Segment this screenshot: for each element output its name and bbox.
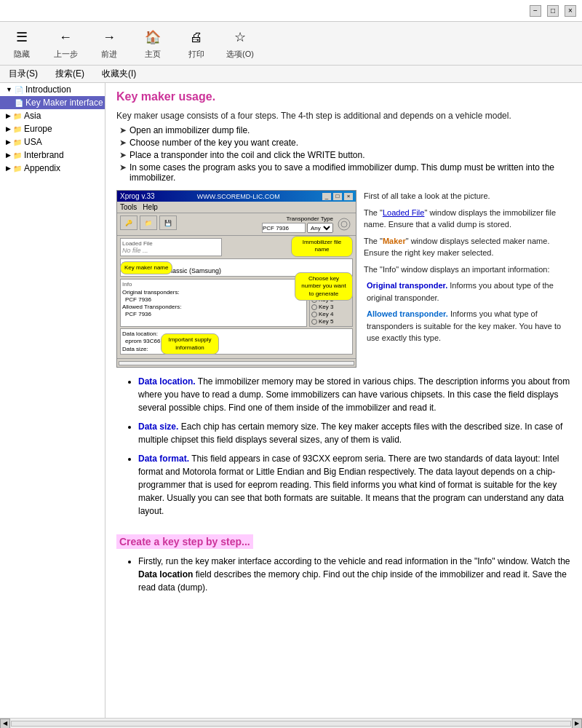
sidebar-item-europe[interactable]: ▶ 📁 Europe xyxy=(0,122,105,135)
key-3-row: Key 3 xyxy=(311,304,351,310)
menu-search[interactable]: 搜索(E) xyxy=(52,66,87,82)
window-frame: − □ × ☰ 隐藏 ← 上一步 → 前进 🏠 主页 🖨 打印 ☆ 选项(O) xyxy=(0,0,582,728)
key-5-row: Key 5 xyxy=(311,318,351,325)
step-1: ➤ Open an immobilizer dump file. xyxy=(116,125,571,135)
sidebar-label-appendix: Appendix xyxy=(24,163,60,173)
content-area[interactable]: Key maker usage. Key maker usage consist… xyxy=(105,83,582,718)
transponder-type-select[interactable]: Any xyxy=(307,223,333,233)
home-icon: 🏠 xyxy=(143,27,163,47)
app-max-btn: □ xyxy=(333,193,342,200)
folder-icon-appendix: 📁 xyxy=(13,165,22,173)
bullet-data-format: Data format. This field appears in case … xyxy=(138,452,571,518)
info-box: Info Original transponders: PCF 7936 All… xyxy=(120,279,307,327)
data-location-desc: The immobilizer memory may be stored in … xyxy=(138,376,570,413)
hscroll-track[interactable] xyxy=(11,721,571,727)
arrow-icon-3: ➤ xyxy=(119,150,127,160)
back-icon: ← xyxy=(55,27,76,47)
menu-favorites[interactable]: 收藏夹(I) xyxy=(99,66,139,82)
bottom-scrollbar: ◀ ▶ xyxy=(0,718,582,728)
maximize-button[interactable]: □ xyxy=(547,5,559,17)
sidebar-item-key-maker-interface[interactable]: 📄 Key Maker interface xyxy=(0,96,105,109)
app-btn-2: 📁 xyxy=(140,215,157,230)
step2-bullet-1: Firstly, run the key maker interface acc… xyxy=(138,555,571,594)
step2-bullets-list: Firstly, run the key maker interface acc… xyxy=(124,555,571,594)
data-size-label: Data size: xyxy=(122,346,351,352)
toolbar-home-label: 主页 xyxy=(145,49,161,60)
app-screenshot: Xprog v.33 WWW.SCOREMD-LIC.COM _ □ × Too… xyxy=(116,190,356,368)
maker-highlight: Maker xyxy=(383,237,406,245)
callout-immobilizer: Immobilizer file name xyxy=(291,236,353,257)
expand-icon-asia: ▶ xyxy=(6,112,11,119)
info-label: Info xyxy=(122,281,305,288)
expand-icon-interbrand: ▶ xyxy=(6,151,11,159)
toolbar-print[interactable]: 🖨 打印 xyxy=(182,27,211,60)
desc-p3: The "Maker" window displays selected mak… xyxy=(364,235,571,259)
bullet-data-size: Data size. Each chip has certain memory … xyxy=(138,420,571,446)
options-icon: ☆ xyxy=(230,27,250,47)
data-format-desc: This field appears in case of 93CXX eepr… xyxy=(138,454,564,516)
app-titlebar: Xprog v.33 WWW.SCOREMD-LIC.COM _ □ × xyxy=(117,191,356,202)
scroll-track-h xyxy=(119,361,354,365)
folder-icon-usa: 📁 xyxy=(13,138,22,146)
data-size-desc: Each chip has certain memory size. The k… xyxy=(138,422,562,445)
sidebar-item-asia[interactable]: ▶ 📁 Asia xyxy=(0,109,105,122)
info-bullet-list: Original transponder. Informs you about … xyxy=(364,280,571,344)
minimize-button[interactable]: − xyxy=(530,5,541,17)
toolbar-options[interactable]: ☆ 选项(O) xyxy=(226,27,255,60)
sidebar-label-key-maker: Key Maker interface xyxy=(25,98,103,108)
arrow-icon-2: ➤ xyxy=(119,138,127,148)
transponder-type-group: Transponder Type Any xyxy=(179,215,333,233)
sidebar-item-introduction[interactable]: ▼ 📄 Introduction xyxy=(0,83,105,96)
scroll-left-btn[interactable]: ◀ xyxy=(0,719,10,729)
folder-icon-europe: 📁 xyxy=(13,125,22,133)
app-menubar: Tools Help xyxy=(117,202,356,213)
sidebar-item-interbrand[interactable]: ▶ 📁 Interbrand xyxy=(0,149,105,162)
original-transponders-row: Original transponders: xyxy=(122,289,305,296)
info-bullet-original: Original transponder. Informs you about … xyxy=(367,280,571,304)
sidebar-item-appendix[interactable]: ▶ 📁 Appendix xyxy=(0,162,105,175)
app-main-content: Loaded File No file ... Make Nissan Alme… xyxy=(117,236,356,358)
app-menu-tools: Tools xyxy=(120,203,137,211)
radio-key4 xyxy=(311,312,317,317)
app-toolbar-row: 🔑 📁 💾 Transponder Type Any xyxy=(117,213,356,236)
intro-paragraph: Key maker usage consists of a four steps… xyxy=(116,109,571,122)
allowed-transponder-label: Allowed transponder. xyxy=(367,309,448,318)
doc-icon: 📄 xyxy=(15,86,23,94)
loaded-file-value: No file ... xyxy=(122,247,220,254)
sidebar-item-usa[interactable]: ▶ 📁 USA xyxy=(0,135,105,149)
scroll-right-btn[interactable]: ▶ xyxy=(572,719,582,729)
toolbar-hide[interactable]: ☰ 隐藏 xyxy=(7,27,36,60)
close-button[interactable]: × xyxy=(565,5,576,17)
hide-icon: ☰ xyxy=(12,27,32,47)
original-transponders-label: Original transponders: xyxy=(122,289,180,296)
menubar: 目录(S) 搜索(E) 收藏夹(I) xyxy=(0,66,582,83)
key-5-label: Key 5 xyxy=(319,318,333,325)
expand-icon-appendix: ▶ xyxy=(6,165,11,172)
data-location-strong: Data location xyxy=(138,569,193,579)
toolbar-home[interactable]: 🏠 主页 xyxy=(138,27,167,60)
toolbar-back-label: 上一步 xyxy=(54,49,78,60)
description-column: First of all take a look at the picture.… xyxy=(364,190,571,368)
svg-point-0 xyxy=(338,218,350,230)
arrow-icon-4: ➤ xyxy=(119,162,127,173)
transponder-type-label: Transponder Type xyxy=(287,215,333,222)
transponder-type-input[interactable] xyxy=(262,223,306,233)
screenshot-container: Xprog v.33 WWW.SCOREMD-LIC.COM _ □ × Too… xyxy=(116,190,571,368)
toolbar-back[interactable]: ← 上一步 xyxy=(51,27,80,60)
app-menu-help: Help xyxy=(143,203,158,211)
allowed-transponders-value: PCF 7936 xyxy=(122,311,305,317)
data-location-label: Data location: xyxy=(122,331,158,337)
radio-key5 xyxy=(311,319,317,325)
folder-icon-interbrand: 📁 xyxy=(13,151,22,159)
loaded-file-link: Loaded File xyxy=(383,208,425,217)
toolbar-forward[interactable]: → 前进 xyxy=(95,27,124,60)
sidebar-label-asia: Asia xyxy=(24,111,41,121)
sidebar-label-introduction: Introduction xyxy=(25,84,71,95)
menu-contents[interactable]: 目录(S) xyxy=(6,66,41,82)
loaded-file-label: Loaded File xyxy=(122,240,220,247)
toolbar-hide-label: 隐藏 xyxy=(14,49,30,60)
app-scrollbar-h xyxy=(117,358,356,367)
original-transponders-value: PCF 7936 xyxy=(122,296,305,303)
sidebar-label-usa: USA xyxy=(24,137,42,147)
section2-title: Create a key step by step... xyxy=(116,534,253,549)
